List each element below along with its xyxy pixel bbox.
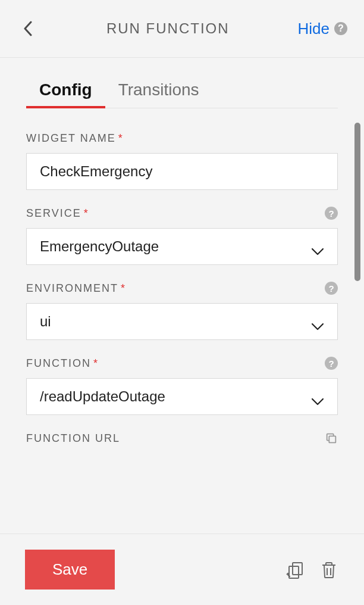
chevron-down-icon — [311, 392, 324, 401]
footer-actions — [285, 560, 339, 580]
tab-transitions[interactable]: Transitions — [105, 76, 212, 108]
hide-group: Hide ? — [298, 20, 347, 38]
back-button[interactable] — [17, 18, 38, 39]
required-indicator: * — [118, 132, 124, 144]
scrollbar-thumb[interactable] — [354, 123, 360, 281]
save-button[interactable]: Save — [25, 550, 115, 590]
panel-footer: Save — [0, 534, 364, 605]
service-help-icon[interactable]: ? — [325, 207, 338, 220]
function-select[interactable]: /readUpdateOutage — [26, 378, 338, 415]
function-help-icon[interactable]: ? — [325, 357, 338, 370]
svg-rect-2 — [289, 566, 299, 578]
widget-name-input[interactable] — [26, 153, 338, 190]
required-indicator: * — [84, 207, 89, 219]
hide-link[interactable]: Hide — [298, 20, 330, 38]
tab-config[interactable]: Config — [26, 76, 105, 108]
required-indicator: * — [93, 357, 99, 369]
field-function: FUNCTION* ? /readUpdateOutage — [26, 357, 338, 415]
panel-title: RUN FUNCTION — [38, 20, 298, 37]
svg-rect-1 — [293, 563, 302, 575]
form-scroll-area[interactable]: WIDGET NAME* SERVICE* ? EmergencyOutage … — [12, 114, 352, 534]
field-service: SERVICE* ? EmergencyOutage — [26, 207, 338, 265]
environment-label: ENVIRONMENT* — [26, 282, 126, 295]
widget-name-label: WIDGET NAME* — [26, 132, 124, 145]
function-label: FUNCTION* — [26, 357, 99, 370]
chevron-down-icon — [311, 317, 324, 326]
service-label: SERVICE* — [26, 207, 89, 220]
field-environment: ENVIRONMENT* ? ui — [26, 282, 338, 340]
field-widget-name: WIDGET NAME* — [26, 132, 338, 190]
environment-select[interactable]: ui — [26, 303, 338, 340]
panel-header: RUN FUNCTION Hide ? — [0, 0, 364, 57]
environment-help-icon[interactable]: ? — [325, 282, 338, 295]
function-value: /readUpdateOutage — [40, 388, 165, 405]
header-divider — [0, 57, 364, 58]
chevron-left-icon — [23, 21, 32, 36]
service-value: EmergencyOutage — [40, 238, 159, 255]
tabs: Config Transitions — [26, 76, 338, 108]
environment-value: ui — [40, 313, 51, 330]
help-icon[interactable]: ? — [334, 22, 347, 35]
function-url-label: FUNCTION URL — [26, 432, 120, 445]
required-indicator: * — [121, 282, 126, 294]
trash-icon[interactable] — [319, 560, 339, 580]
service-select[interactable]: EmergencyOutage — [26, 228, 338, 265]
copy-icon[interactable] — [325, 432, 338, 445]
field-function-url: FUNCTION URL — [26, 432, 338, 445]
chevron-down-icon — [311, 242, 324, 251]
svg-rect-0 — [329, 436, 335, 442]
duplicate-icon[interactable] — [285, 560, 306, 580]
